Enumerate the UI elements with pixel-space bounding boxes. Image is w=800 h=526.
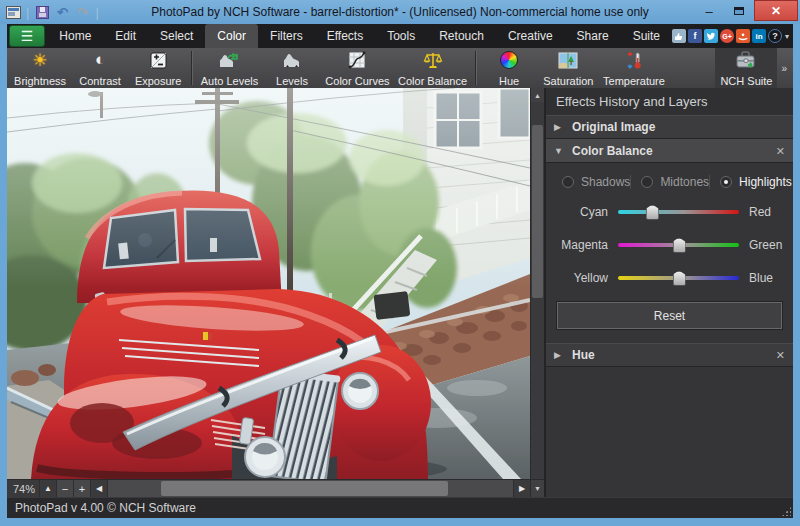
- googleplus-icon[interactable]: G+: [720, 29, 734, 43]
- cyan-red-track[interactable]: [618, 210, 739, 214]
- horizontal-scroll-thumb[interactable]: [161, 481, 449, 496]
- color-balance-body: Shadows Midtones Highlights Cyan: [546, 163, 793, 343]
- brightness-button[interactable]: ☀ Brightness: [9, 48, 71, 88]
- toolbar-overflow-button[interactable]: »: [777, 48, 791, 88]
- color-balance-icon: [422, 50, 444, 70]
- titlebar-separator: |: [26, 5, 29, 20]
- levels-button[interactable]: Levels: [263, 48, 321, 88]
- reset-button[interactable]: Reset: [557, 302, 782, 329]
- canvas-area: ▲ 74% ▲ − + ◀ ▶ ▼: [7, 88, 544, 497]
- tab-select[interactable]: Select: [148, 24, 205, 48]
- cyan-red-slider-row: Cyan Red: [552, 195, 787, 228]
- contrast-button[interactable]: ◐ Contrast: [71, 48, 129, 88]
- tab-edit[interactable]: Edit: [103, 24, 148, 48]
- tab-tools[interactable]: Tools: [375, 24, 427, 48]
- save-icon: [36, 6, 49, 19]
- hue-icon: [500, 51, 518, 69]
- effects-panel: Effects History and Layers ▶ Original Im…: [544, 88, 793, 497]
- minimize-button[interactable]: –: [694, 0, 724, 22]
- maximize-button[interactable]: [724, 0, 754, 22]
- cyan-red-slider-thumb[interactable]: [646, 205, 659, 220]
- tab-creative[interactable]: Creative: [496, 24, 565, 48]
- zoom-dropdown-button[interactable]: ▲: [39, 480, 56, 497]
- tab-filters[interactable]: Filters: [258, 24, 315, 48]
- tab-retouch[interactable]: Retouch: [427, 24, 496, 48]
- menubar: ☰ Home Edit Select Color Filters Effects…: [7, 24, 793, 48]
- window-title: PhotoPad by NCH Software - barrel-distor…: [0, 5, 800, 19]
- auto-levels-icon: [219, 50, 239, 70]
- scroll-left-button[interactable]: ◀: [90, 480, 107, 497]
- auto-levels-button[interactable]: Auto Levels: [196, 48, 263, 88]
- vertical-scrollbar[interactable]: ▲: [530, 88, 544, 479]
- radio-icon: [562, 176, 574, 188]
- vertical-scroll-track[interactable]: [531, 102, 544, 479]
- color-curves-button[interactable]: Color Curves: [321, 48, 394, 88]
- linkedin-icon[interactable]: in: [752, 29, 766, 43]
- nch-suite-button[interactable]: NCH Suite: [715, 48, 777, 88]
- toolbar: ☀ Brightness ◐ Contrast Exposure Auto Le…: [7, 48, 793, 88]
- help-dropdown-caret[interactable]: ▾: [784, 32, 789, 41]
- tab-home[interactable]: Home: [47, 24, 103, 48]
- color-curves-icon: [348, 50, 366, 70]
- brightness-icon: ☀: [32, 50, 47, 70]
- radio-midtones[interactable]: Midtones: [630, 175, 709, 189]
- status-text: PhotoPad v 4.00 © NCH Software: [15, 501, 196, 515]
- tab-suite[interactable]: Suite: [621, 24, 672, 48]
- tab-color[interactable]: Color: [205, 24, 258, 48]
- like-icon[interactable]: [672, 29, 686, 43]
- zoom-level[interactable]: 74%: [7, 480, 39, 497]
- close-button[interactable]: ✕: [754, 0, 798, 21]
- scroll-up-button[interactable]: ▲: [531, 88, 544, 102]
- tone-options: Shadows Midtones Highlights: [552, 169, 787, 195]
- radio-shadows[interactable]: Shadows: [552, 175, 630, 189]
- community-icon[interactable]: [736, 29, 750, 43]
- twitter-icon[interactable]: [704, 29, 718, 43]
- yellow-blue-slider-row: Yellow Blue: [552, 261, 787, 294]
- expand-arrow-icon[interactable]: ▶: [554, 350, 564, 360]
- photo-red-car: [7, 88, 530, 479]
- close-effect-icon[interactable]: ✕: [776, 349, 785, 362]
- resize-grip[interactable]: [782, 507, 791, 516]
- photo-canvas[interactable]: [7, 88, 530, 479]
- zoom-in-button[interactable]: +: [73, 480, 90, 497]
- zoom-bar: 74% ▲ − + ◀ ▶ ▼: [7, 479, 544, 497]
- magenta-green-slider-row: Magenta Green: [552, 228, 787, 261]
- temperature-button[interactable]: Temperature: [599, 48, 670, 88]
- saturation-button[interactable]: Saturation: [538, 48, 598, 88]
- save-button[interactable]: [34, 5, 50, 20]
- exposure-button[interactable]: Exposure: [129, 48, 187, 88]
- yellow-blue-slider-thumb[interactable]: [673, 271, 686, 286]
- expand-arrow-icon[interactable]: ▶: [554, 122, 564, 132]
- zoom-out-button[interactable]: −: [56, 480, 73, 497]
- horizontal-scroll-track[interactable]: [107, 480, 513, 497]
- titlebar: PhotoPad by NCH Software - barrel-distor…: [0, 0, 800, 24]
- radio-highlights[interactable]: Highlights: [709, 175, 792, 189]
- tab-effects[interactable]: Effects: [315, 24, 375, 48]
- ribbon-tabs: Home Edit Select Color Filters Effects T…: [47, 24, 672, 48]
- radio-icon: [641, 176, 653, 188]
- maximize-icon: [734, 7, 744, 15]
- levels-icon: [282, 50, 302, 70]
- help-icon[interactable]: ?: [768, 29, 782, 43]
- color-balance-button[interactable]: Color Balance: [394, 48, 471, 88]
- main-menu-button[interactable]: ☰: [9, 25, 45, 47]
- scroll-right-button[interactable]: ▶: [513, 480, 530, 497]
- scroll-down-button[interactable]: ▼: [530, 480, 544, 497]
- facebook-icon[interactable]: f: [688, 29, 702, 43]
- hue-button[interactable]: Hue: [480, 48, 538, 88]
- section-color-balance[interactable]: ▼ Color Balance ✕: [546, 139, 793, 163]
- redo-button[interactable]: ↷: [74, 5, 90, 20]
- undo-button[interactable]: ↶: [54, 5, 70, 20]
- magenta-green-slider-thumb[interactable]: [673, 238, 686, 253]
- close-effect-icon[interactable]: ✕: [776, 145, 785, 158]
- toolbar-separator: [475, 51, 476, 85]
- section-original-image[interactable]: ▶ Original Image: [546, 115, 793, 139]
- toolbar-separator: [191, 51, 192, 85]
- radio-icon: [720, 176, 732, 188]
- collapse-arrow-icon[interactable]: ▼: [554, 146, 564, 156]
- section-hue[interactable]: ▶ Hue ✕: [546, 343, 793, 367]
- tab-share[interactable]: Share: [565, 24, 621, 48]
- statusbar: PhotoPad v 4.00 © NCH Software: [7, 497, 793, 518]
- titlebar-separator: |: [95, 5, 98, 20]
- vertical-scroll-thumb[interactable]: [532, 125, 543, 298]
